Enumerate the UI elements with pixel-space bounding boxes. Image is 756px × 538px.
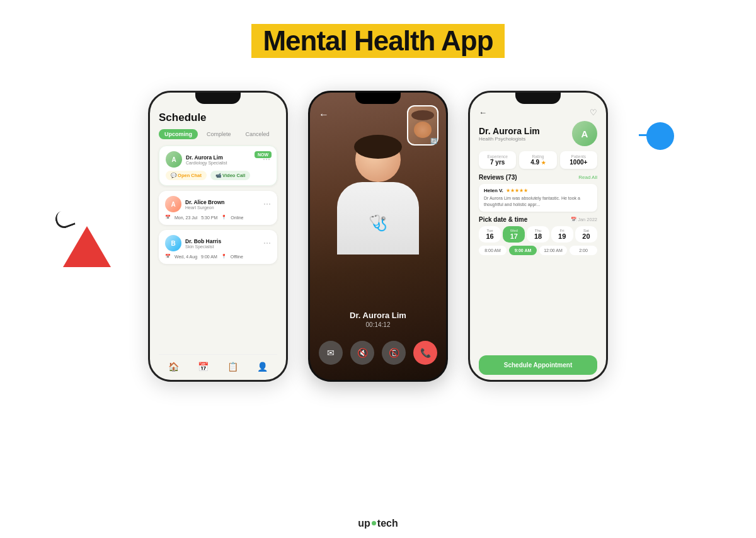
- reviewer-name: Helen V.: [484, 188, 503, 193]
- calendar-icon-2: 📅: [165, 215, 171, 220]
- date-18[interactable]: Thu 18: [527, 226, 549, 243]
- video-doc-head-container: [355, 137, 401, 182]
- appt-mode-2: Online: [231, 215, 243, 220]
- doctor-spec-3: Skin Specialist: [185, 244, 260, 249]
- appt-meta-2: 📅 Mon, 23 Jul 5:30 PM 📍 Online: [165, 215, 271, 220]
- stethoscope-icon: 🩺: [369, 214, 387, 232]
- doctor-row-3: B Dr. Bob Harris Skin Specialist ⋯: [165, 235, 271, 251]
- pick-month: 📅 Jan 2022: [571, 217, 597, 222]
- blue-line-decoration: [639, 134, 668, 136]
- tab-canceled[interactable]: Canceled: [240, 129, 275, 139]
- more-options-3[interactable]: ⋯: [263, 239, 271, 248]
- more-options-2[interactable]: ⋯: [263, 200, 271, 209]
- heart-icon[interactable]: ♡: [590, 108, 597, 117]
- appt-mode-3: Offline: [231, 255, 243, 259]
- back-button[interactable]: ←: [319, 109, 329, 120]
- tab-upcoming[interactable]: Upcoming: [159, 129, 198, 139]
- nav-document[interactable]: 📋: [226, 360, 240, 374]
- doctor-info-2: Dr. Alice Brown Heart Surgeon: [185, 199, 260, 210]
- footer-logo: up tech: [358, 507, 398, 538]
- review-card-1: Helen V. ★★★★★ Dr Aurora Lim was absolut…: [479, 184, 597, 212]
- bottom-nav: 🏠 📅 📋 👤: [159, 354, 277, 375]
- doctor-name-3: Dr. Bob Harris: [185, 238, 260, 244]
- video-call-btn[interactable]: 📹 Video Call: [210, 171, 250, 180]
- doctor-name-1: Dr. Aurora Lim: [186, 154, 259, 161]
- date-20-num: 20: [576, 232, 596, 240]
- video-doc-body: 🩺: [337, 182, 419, 255]
- now-badge: NOW: [255, 151, 272, 158]
- reviewer-stars: ★★★★★: [506, 188, 528, 193]
- tab-complete[interactable]: Complete: [201, 129, 237, 139]
- time-1200[interactable]: 12:00 AM: [539, 246, 567, 255]
- read-all-btn[interactable]: Read All: [578, 175, 597, 180]
- time-200[interactable]: 2:00: [570, 246, 597, 255]
- time-row: 8:00 AM 9:00 AM 12:00 AM 2:00: [479, 246, 597, 255]
- schedule-appointment-btn[interactable]: Schedule Appointment: [479, 355, 597, 375]
- calendar-icon-3: 📅: [165, 254, 171, 259]
- date-19[interactable]: Fri 19: [551, 226, 573, 243]
- time-900[interactable]: 9:00 AM: [509, 246, 537, 255]
- avatar-bob: B: [165, 235, 181, 251]
- action-buttons-1: 💬 Open Chat 📹 Video Call: [166, 171, 270, 180]
- appointment-card-1: NOW A Dr. Aurora Lim Cardiology Speciali…: [159, 146, 277, 186]
- doctor-profile-row: Dr. Aurora Lim Health Psychologists A: [479, 121, 597, 146]
- end-call-btn[interactable]: 📞: [413, 341, 437, 365]
- doctor-profile-info: Dr. Aurora Lim Health Psychologists: [479, 126, 567, 142]
- patients-value: 1000+: [563, 159, 595, 166]
- call-timer: 00:14:12: [350, 321, 406, 328]
- date-17-num: 17: [504, 232, 524, 240]
- avatar-aurora: A: [166, 151, 182, 168]
- doctor-name-2: Dr. Alice Brown: [185, 199, 260, 205]
- time-800[interactable]: 8:00 AM: [479, 246, 507, 255]
- avatar-alice: A: [165, 196, 181, 212]
- phones-section: Schedule Upcoming Complete Canceled NOW …: [94, 91, 662, 382]
- pip-hair: [411, 110, 434, 120]
- exp-label: Experience: [481, 154, 513, 159]
- phone3-notch: [515, 93, 561, 104]
- date-16-num: 16: [480, 232, 500, 240]
- stat-patients: Patients 1000+: [560, 151, 597, 169]
- date-18-num: 18: [528, 232, 547, 240]
- schedule-tabs: Upcoming Complete Canceled: [159, 129, 277, 139]
- schedule-title: Schedule: [159, 112, 277, 124]
- phone-2: ← 🔄 🩺: [308, 91, 448, 382]
- nav-calendar[interactable]: 📅: [197, 360, 210, 374]
- back-arrow-profile[interactable]: ←: [479, 108, 487, 117]
- reviewer-row: Helen V. ★★★★★: [484, 188, 592, 193]
- video-doctor-figure: 🩺: [328, 137, 428, 255]
- review-text: Dr Aurora Lim was absolutely fantastic. …: [484, 195, 592, 208]
- doctor-avatar-profile: A: [572, 121, 597, 146]
- open-chat-btn[interactable]: 💬 Open Chat: [166, 171, 207, 180]
- pick-header: Pick date & time 📅 Jan 2022: [479, 216, 597, 223]
- appt-time-3: 9:00 AM: [201, 255, 217, 259]
- appt-meta-3: 📅 Wed, 4 Aug 9:00 AM 📍 Offline: [165, 254, 271, 259]
- appointment-card-2: A Dr. Alice Brown Heart Surgeon ⋯ 📅 Mon,…: [159, 191, 277, 225]
- nav-person[interactable]: 👤: [256, 360, 270, 374]
- phone1-content: Schedule Upcoming Complete Canceled NOW …: [150, 93, 286, 380]
- exp-value: 7 yrs: [481, 159, 513, 166]
- red-triangle-decoration: [63, 226, 111, 267]
- nav-home[interactable]: 🏠: [167, 360, 181, 374]
- mute-btn[interactable]: 🔇: [350, 341, 374, 365]
- rating-value: 4.9 ★: [522, 159, 554, 166]
- date-20[interactable]: Sat 20: [575, 226, 597, 243]
- doctor-info-1: Dr. Aurora Lim Cardiology Specialist: [186, 154, 259, 165]
- date-row: Tue 16 Wed 17 Thu 18 Fri: [479, 226, 597, 243]
- date-19-num: 19: [553, 232, 572, 240]
- stat-rating: Rating 4.9 ★: [519, 151, 556, 169]
- phone1-notch: [195, 93, 241, 104]
- send-btn[interactable]: ✉: [319, 341, 343, 365]
- pip-refresh-icon[interactable]: 🔄: [430, 138, 437, 144]
- camera-off-btn[interactable]: 📵: [382, 341, 406, 365]
- date-16[interactable]: Tue 16: [479, 226, 501, 243]
- pip-face: [414, 122, 432, 138]
- doctor-spec-2: Heart Surgeon: [185, 205, 260, 210]
- profile-controls: ← ♡: [479, 108, 597, 117]
- call-info: Dr. Aurora Lim 00:14:12: [350, 311, 406, 328]
- doctor-row-2: A Dr. Alice Brown Heart Surgeon ⋯: [165, 196, 271, 212]
- phone2-notch: [355, 93, 401, 104]
- doctor-profile-name: Dr. Aurora Lim: [479, 126, 567, 136]
- date-17[interactable]: Wed 17: [503, 226, 525, 243]
- blue-circle-decoration: [646, 122, 674, 150]
- pick-title: Pick date & time: [479, 216, 527, 223]
